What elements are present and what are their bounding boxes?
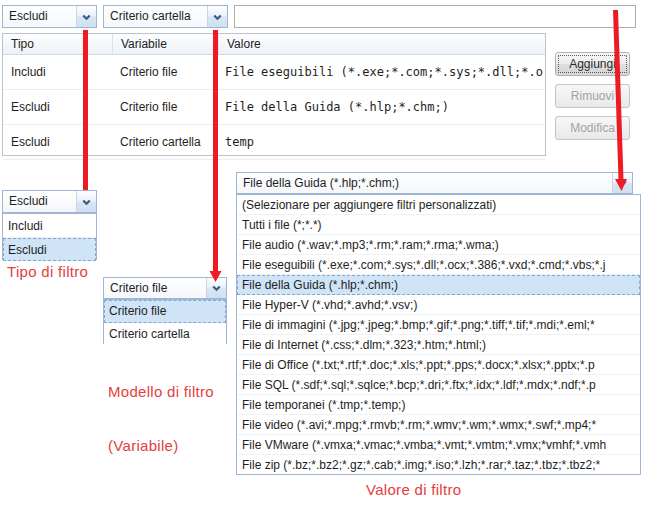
chevron-down-icon: [82, 10, 91, 24]
tipo-combo-value[interactable]: Escludi: [3, 6, 76, 27]
valore-option[interactable]: File SQL (*.sdf;*.sql;*.sqlce;*.bcp;*.dr…: [237, 375, 640, 395]
valore-option[interactable]: File di immagini (*.jpg;*.jpeg;*.bmp;*.g…: [237, 315, 640, 335]
edit-button: Modifica: [555, 116, 630, 140]
tipo-dropdown-value[interactable]: Escludi: [3, 191, 76, 212]
valore-option[interactable]: File audio (*.wav;*.mp3;*.rm;*.ram;*.rma…: [237, 235, 640, 255]
annotation-line1: Modello di filtro: [108, 383, 214, 401]
add-button[interactable]: Aggiungi: [555, 52, 630, 76]
valore-option[interactable]: Tutti i file (*;*.*): [237, 215, 640, 235]
filters-table: Tipo Variabile Valore Includi Criterio f…: [2, 33, 546, 156]
valore-filter-annotation-label: Valore di filtro: [366, 481, 461, 499]
valore-option[interactable]: File zip (*.bz;*.bz2;*.gz;*.cab;*.img;*.…: [237, 455, 640, 474]
tipo-dropdown-list: Includi Escludi: [2, 213, 97, 260]
column-header-tipo[interactable]: Tipo: [3, 34, 113, 54]
valore-option[interactable]: File VMware (*.vmxa;*.vmac;*.vmba;*.vmt;…: [237, 435, 640, 455]
cell-valore: File eseguibili (*.exe;*.com;*.sys;*.dll…: [217, 55, 545, 89]
variabile-dropdown-button[interactable]: [206, 278, 226, 298]
chevron-down-icon: [618, 176, 627, 190]
cell-valore: temp: [217, 125, 545, 159]
valore-dropdown-value[interactable]: File della Guida (*.hlp;*.chm;): [237, 173, 612, 193]
cell-valore: File della Guida (*.hlp;*.chm;): [217, 90, 545, 124]
remove-button-label: Rimuovi: [571, 89, 614, 103]
cell-tipo: Escludi: [3, 90, 112, 124]
column-header-valore[interactable]: Valore: [219, 34, 545, 54]
valore-input[interactable]: [234, 5, 636, 28]
valore-option-selected[interactable]: File della Guida (*.hlp;*.chm;): [237, 275, 640, 295]
column-header-variabile[interactable]: Variabile: [113, 34, 219, 54]
tipo-combo-dropdown-button[interactable]: [76, 6, 96, 27]
variabile-option-selected[interactable]: Criterio file: [104, 300, 226, 323]
cell-variabile: Criterio file: [112, 55, 217, 89]
cell-variabile: Criterio cartella: [112, 125, 217, 159]
valore-dropdown-list: (Selezionare per aggiungere filtri perso…: [236, 194, 641, 475]
remove-button: Rimuovi: [555, 84, 630, 108]
variabile-filter-annotation-label: Modello di filtro (Variabile): [108, 347, 214, 473]
tipo-option[interactable]: Includi: [3, 214, 96, 238]
chevron-down-icon: [82, 195, 91, 209]
tipo-combo-closed[interactable]: Escludi: [2, 5, 97, 28]
edit-button-label: Modifica: [570, 121, 615, 135]
valore-option[interactable]: File video (*.avi;*.mpg;*.rmvb;*.rm;*.wm…: [237, 415, 640, 435]
chevron-down-icon: [212, 281, 221, 295]
table-row[interactable]: Includi Criterio file File eseguibili (*…: [3, 55, 545, 90]
valore-option[interactable]: File temporanei (*.tmp;*.temp;): [237, 395, 640, 415]
variabile-combo-closed[interactable]: Criterio cartella: [103, 5, 228, 28]
valore-dropdown-button[interactable]: [612, 173, 632, 193]
table-header: Tipo Variabile Valore: [3, 34, 545, 55]
valore-option[interactable]: (Selezionare per aggiungere filtri perso…: [237, 195, 640, 215]
variabile-dropdown-list: Criterio file Criterio cartella: [103, 299, 227, 344]
variabile-combo-dropdown-button[interactable]: [207, 6, 227, 27]
valore-option[interactable]: File di Internet (*.css;*.dlm;*.323;*.ht…: [237, 335, 640, 355]
filter-settings-panel: { "colors": { "annotation_red": "#ed1c24…: [0, 0, 649, 507]
tipo-option-selected[interactable]: Escludi: [3, 238, 96, 261]
valore-option[interactable]: File eseguibili (*.exe;*.com;*.sys;*.dll…: [237, 255, 640, 275]
variabile-dropdown-value[interactable]: Criterio file: [104, 278, 206, 298]
valore-option[interactable]: File Hyper-V (*.vhd;*.avhd;*.vsv;): [237, 295, 640, 315]
cell-tipo: Includi: [3, 55, 112, 89]
valore-option[interactable]: File di Office (*.txt;*.rtf;*.doc;*.xls;…: [237, 355, 640, 375]
chevron-down-icon: [213, 10, 222, 24]
annotation-line2: (Variabile): [108, 437, 214, 455]
table-row[interactable]: Escludi Criterio cartella temp: [3, 125, 545, 160]
add-button-label: Aggiungi: [569, 57, 616, 71]
tipo-dropdown-button[interactable]: [76, 191, 96, 212]
cell-tipo: Escludi: [3, 125, 112, 159]
cell-variabile: Criterio file: [112, 90, 217, 124]
tipo-dropdown-closed[interactable]: Escludi: [2, 190, 97, 213]
valore-dropdown-closed[interactable]: File della Guida (*.hlp;*.chm;): [236, 172, 633, 194]
variabile-dropdown-closed[interactable]: Criterio file: [103, 277, 227, 299]
variabile-combo-value[interactable]: Criterio cartella: [104, 6, 207, 27]
table-row[interactable]: Escludi Criterio file File della Guida (…: [3, 90, 545, 125]
tipo-filter-annotation-label: Tipo di filtro: [7, 263, 88, 281]
variabile-option[interactable]: Criterio cartella: [104, 323, 226, 345]
